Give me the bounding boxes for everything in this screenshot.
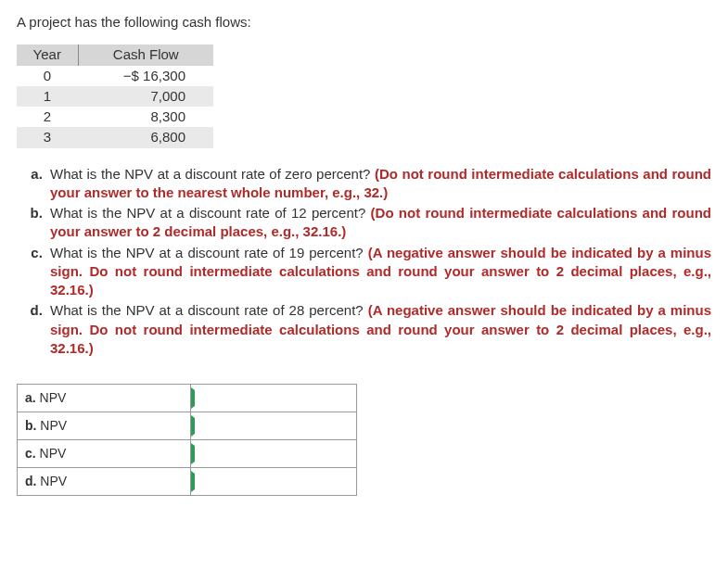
question-d: What is the NPV at a discount rate of 28…: [46, 301, 711, 358]
question-text: What is the NPV at a discount rate of 19…: [50, 245, 368, 260]
answer-label: c. NPV: [18, 440, 191, 468]
answer-table: a. NPV b. NPV c. NPV d. NPV: [17, 384, 357, 496]
question-b: What is the NPV at a discount rate of 12…: [46, 204, 711, 242]
answer-row-a: a. NPV: [18, 385, 357, 412]
cashflow-table: Year Cash Flow 0 −$ 16,300 1 7,000 2 8,3…: [17, 44, 213, 147]
table-cell: 1: [17, 86, 78, 107]
col-header-year: Year: [17, 44, 78, 65]
answer-label: a. NPV: [18, 385, 191, 412]
answer-row-d: d. NPV: [18, 468, 357, 496]
table-cell: 8,300: [78, 107, 213, 127]
table-cell: 6,800: [78, 127, 213, 147]
answer-label: d. NPV: [18, 468, 191, 496]
table-cell: 0: [17, 66, 78, 86]
question-text: What is the NPV at a discount rate of 12…: [50, 205, 371, 221]
question-list: What is the NPV at a discount rate of ze…: [17, 165, 711, 359]
answer-input-a[interactable]: [191, 385, 356, 412]
answer-row-b: b. NPV: [18, 412, 357, 440]
answer-input-a-wrap: [191, 385, 356, 412]
table-cell: 7,000: [78, 86, 213, 107]
answer-label: b. NPV: [18, 412, 191, 440]
answer-row-c: c. NPV: [18, 440, 357, 468]
question-text: What is the NPV at a discount rate of ze…: [50, 166, 375, 182]
intro-text: A project has the following cash flows:: [17, 13, 711, 32]
question-text: What is the NPV at a discount rate of 28…: [50, 302, 368, 318]
answer-input-d[interactable]: [191, 468, 356, 495]
answer-input-c[interactable]: [191, 440, 356, 467]
table-cell: −$ 16,300: [78, 66, 213, 86]
table-cell: 3: [17, 127, 78, 147]
answer-input-d-wrap: [191, 468, 356, 495]
answer-input-c-wrap: [191, 440, 356, 467]
col-header-cashflow: Cash Flow: [78, 44, 213, 65]
answer-input-b[interactable]: [191, 412, 356, 439]
question-a: What is the NPV at a discount rate of ze…: [46, 165, 711, 203]
question-c: What is the NPV at a discount rate of 19…: [46, 244, 711, 300]
answer-input-b-wrap: [191, 412, 356, 439]
table-cell: 2: [17, 107, 78, 127]
